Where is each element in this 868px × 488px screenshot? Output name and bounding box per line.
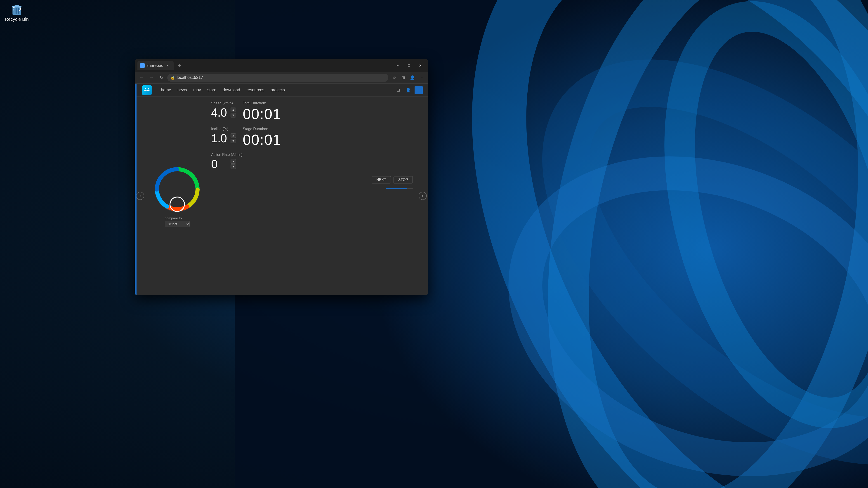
tab-title: sharepad <box>147 63 163 68</box>
nav-user-icon[interactable]: 👤 <box>405 87 412 94</box>
next-arrow-icon: › <box>418 192 427 200</box>
svg-point-3 <box>504 16 868 488</box>
incline-value: 1.0 <box>211 131 229 145</box>
compare-label: compare to: <box>165 216 183 220</box>
address-bar[interactable]: 🔒 localhost:5217 <box>167 74 388 82</box>
speed-label: Speed (km/h) <box>211 101 236 105</box>
action-rate-value-row: 0 ▲ ▼ <box>211 157 413 171</box>
tab-close-button[interactable]: ✕ <box>165 63 170 68</box>
top-metrics-row: Speed (km/h) 4.0 ▲ ▼ Total Duration: <box>211 101 413 123</box>
recycle-bin-label: Recycle Bin <box>5 17 29 22</box>
total-duration-group: Total Duration: 00:01 <box>243 101 281 123</box>
browser-window: sharepad ✕ + − □ ✕ ← → ↻ 🔒 localhost:521… <box>135 59 428 295</box>
extensions-button[interactable]: ⊞ <box>399 74 407 82</box>
next-arrow-button[interactable]: › <box>417 97 428 295</box>
action-buttons: NEXT STOP <box>211 176 413 184</box>
compare-section: compare to: Select Option 1 Option 2 <box>165 216 190 227</box>
action-rate-label: Action Rate (A/min) <box>211 153 413 157</box>
svg-rect-8 <box>15 5 19 6</box>
browser-content: AA home news mov store download resource… <box>135 84 428 295</box>
nav-projects[interactable]: projects <box>271 88 285 92</box>
incline-label: Incline (%) <box>211 127 236 131</box>
action-rate-stepper: ▲ ▼ <box>230 159 236 169</box>
nav-download[interactable]: download <box>223 88 240 92</box>
incline-decrement[interactable]: ▼ <box>230 139 236 143</box>
speed-decrement[interactable]: ▼ <box>230 113 236 118</box>
nav-home[interactable]: home <box>161 88 171 92</box>
controls-section: Speed (km/h) 4.0 ▲ ▼ Total Duration: <box>209 97 417 295</box>
action-rate-group: Action Rate (A/min) 0 ▲ ▼ <box>211 153 413 171</box>
address-text: localhost:5217 <box>177 75 385 80</box>
nav-blue-button[interactable] <box>414 86 423 94</box>
nav-actions: ⊟ 👤 <box>395 86 423 94</box>
next-button[interactable]: NEXT <box>372 176 391 184</box>
forward-button[interactable]: → <box>147 74 156 82</box>
nav-links: home news mov store download resources p… <box>161 88 385 92</box>
profile-button[interactable]: 👤 <box>408 74 416 82</box>
action-rate-decrement[interactable]: ▼ <box>230 164 236 169</box>
desktop: Recycle Bin sharepad ✕ + − □ ✕ ← → ↻ 🔒 <box>0 0 868 488</box>
svg-point-2 <box>527 0 868 488</box>
incline-group: Incline (%) 1.0 ▲ ▼ <box>211 127 236 145</box>
stop-button[interactable]: STOP <box>394 176 413 184</box>
settings-button[interactable]: ⋯ <box>417 74 426 82</box>
speed-increment[interactable]: ▲ <box>230 107 236 112</box>
minimize-button[interactable]: − <box>393 62 403 69</box>
incline-value-row: 1.0 ▲ ▼ <box>211 131 236 145</box>
stage-duration-value: 00:01 <box>243 131 281 148</box>
incline-increment[interactable]: ▲ <box>230 133 236 138</box>
favorites-button[interactable]: ☆ <box>390 74 398 82</box>
speed-group: Speed (km/h) 4.0 ▲ ▼ <box>211 101 236 119</box>
nav-news[interactable]: news <box>178 88 187 92</box>
action-rate-value: 0 <box>211 157 229 171</box>
nav-mov[interactable]: mov <box>193 88 201 92</box>
svg-point-5 <box>640 0 868 437</box>
svg-point-1 <box>398 0 868 488</box>
prev-arrow-icon: ‹ <box>136 192 144 200</box>
maximize-button[interactable]: □ <box>404 62 414 69</box>
progress-bar-wrapper <box>211 186 413 189</box>
browser-titlebar: sharepad ✕ + − □ ✕ <box>135 59 428 72</box>
middle-metrics-row: Incline (%) 1.0 ▲ ▼ Stage Duration: <box>211 127 413 148</box>
app-navbar: AA home news mov store download resource… <box>135 84 428 97</box>
progress-bar-fill <box>385 188 407 189</box>
speed-value-row: 4.0 ▲ ▼ <box>211 106 236 119</box>
app-main-content: ‹ <box>135 97 428 295</box>
stage-duration-group: Stage Duration: 00:01 <box>243 127 281 148</box>
lock-icon: 🔒 <box>170 75 175 80</box>
recycle-bin-icon[interactable]: Recycle Bin <box>0 1 33 24</box>
gauge-section: compare to: Select Option 1 Option 2 <box>146 97 209 295</box>
action-rate-increment[interactable]: ▲ <box>230 159 236 164</box>
compare-select[interactable]: Select Option 1 Option 2 <box>165 221 190 227</box>
browser-tab[interactable]: sharepad ✕ <box>137 61 174 70</box>
stage-duration-label: Stage Duration: <box>243 127 281 131</box>
speed-stepper: ▲ ▼ <box>230 107 236 118</box>
gauge-container <box>152 165 202 215</box>
window-controls: − □ ✕ <box>393 62 426 69</box>
total-duration-label: Total Duration: <box>243 101 281 105</box>
recycle-bin-svg <box>10 3 23 16</box>
app-logo: AA <box>142 85 152 95</box>
back-button[interactable]: ← <box>137 74 146 82</box>
close-button[interactable]: ✕ <box>415 62 426 69</box>
svg-point-4 <box>485 124 868 488</box>
action-rate-row: Action Rate (A/min) 0 ▲ ▼ <box>211 153 413 171</box>
browser-toolbar: ← → ↻ 🔒 localhost:5217 ☆ ⊞ 👤 ⋯ <box>135 72 428 84</box>
speed-value: 4.0 <box>211 106 229 119</box>
incline-stepper: ▲ ▼ <box>230 133 236 143</box>
nav-store[interactable]: store <box>207 88 216 92</box>
total-duration-value: 00:01 <box>243 106 281 123</box>
tab-favicon <box>140 63 145 68</box>
accent-bar <box>135 84 136 295</box>
nav-filter-icon[interactable]: ⊟ <box>395 87 402 94</box>
progress-bar <box>385 188 413 189</box>
refresh-button[interactable]: ↻ <box>157 74 165 82</box>
nav-resources[interactable]: resources <box>246 88 264 92</box>
new-tab-button[interactable]: + <box>176 61 184 70</box>
gauge-svg <box>152 165 202 215</box>
toolbar-actions: ☆ ⊞ 👤 ⋯ <box>390 74 426 82</box>
